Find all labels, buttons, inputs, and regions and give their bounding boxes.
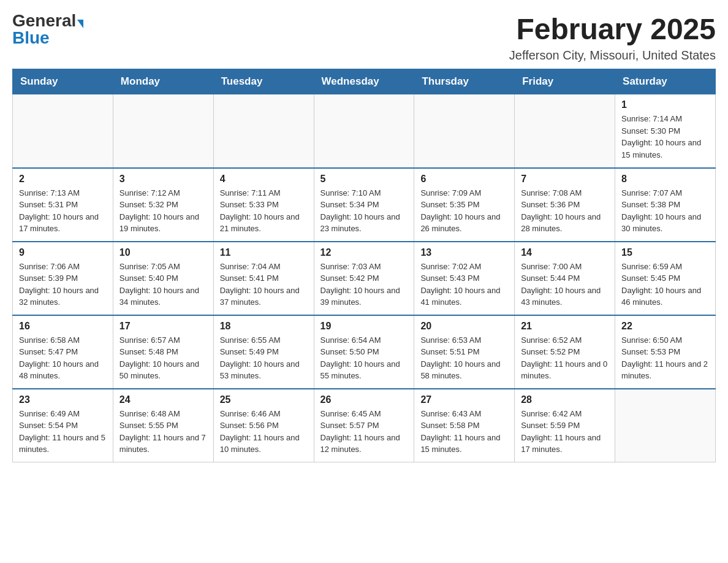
calendar-cell: 5Sunrise: 7:10 AMSunset: 5:34 PMDaylight… xyxy=(314,168,414,242)
calendar-cell: 16Sunrise: 6:58 AMSunset: 5:47 PMDayligh… xyxy=(13,315,113,389)
calendar-cell: 2Sunrise: 7:13 AMSunset: 5:31 PMDaylight… xyxy=(13,168,113,242)
calendar-cell: 7Sunrise: 7:08 AMSunset: 5:36 PMDaylight… xyxy=(515,168,615,242)
day-info: Sunrise: 7:10 AMSunset: 5:34 PMDaylight:… xyxy=(320,187,408,235)
page-header: General Blue February 2025 Jefferson Cit… xyxy=(12,12,716,63)
calendar-cell: 6Sunrise: 7:09 AMSunset: 5:35 PMDaylight… xyxy=(414,168,515,242)
day-info: Sunrise: 7:03 AMSunset: 5:42 PMDaylight:… xyxy=(320,261,408,308)
calendar-cell: 9Sunrise: 7:06 AMSunset: 5:39 PMDaylight… xyxy=(13,242,113,315)
logo-text: General xyxy=(12,12,83,29)
calendar-cell xyxy=(13,94,113,168)
day-info: Sunrise: 7:14 AMSunset: 5:30 PMDaylight:… xyxy=(621,113,709,161)
month-title: February 2025 xyxy=(509,12,716,46)
day-info: Sunrise: 6:48 AMSunset: 5:55 PMDaylight:… xyxy=(119,408,207,456)
calendar-cell xyxy=(113,94,213,168)
day-info: Sunrise: 6:52 AMSunset: 5:52 PMDaylight:… xyxy=(521,334,609,382)
day-header-tuesday: Tuesday xyxy=(213,69,314,94)
day-number: 1 xyxy=(621,99,709,110)
day-number: 7 xyxy=(521,174,609,185)
calendar-cell: 8Sunrise: 7:07 AMSunset: 5:38 PMDaylight… xyxy=(615,168,716,242)
day-info: Sunrise: 7:00 AMSunset: 5:44 PMDaylight:… xyxy=(521,261,609,308)
logo-arrow-icon xyxy=(77,20,83,28)
calendar-week-row: 23Sunrise: 6:49 AMSunset: 5:54 PMDayligh… xyxy=(13,389,716,462)
day-info: Sunrise: 6:58 AMSunset: 5:47 PMDaylight:… xyxy=(19,334,107,382)
logo-blue: Blue xyxy=(12,29,50,47)
calendar-cell: 23Sunrise: 6:49 AMSunset: 5:54 PMDayligh… xyxy=(13,389,113,462)
calendar-cell: 13Sunrise: 7:02 AMSunset: 5:43 PMDayligh… xyxy=(414,242,515,315)
day-number: 24 xyxy=(119,394,207,405)
day-info: Sunrise: 7:12 AMSunset: 5:32 PMDaylight:… xyxy=(119,187,207,235)
calendar-cell: 4Sunrise: 7:11 AMSunset: 5:33 PMDaylight… xyxy=(213,168,314,242)
day-info: Sunrise: 6:55 AMSunset: 5:49 PMDaylight:… xyxy=(220,334,308,382)
calendar-cell xyxy=(314,94,414,168)
calendar-cell: 18Sunrise: 6:55 AMSunset: 5:49 PMDayligh… xyxy=(213,315,314,389)
day-info: Sunrise: 6:59 AMSunset: 5:45 PMDaylight:… xyxy=(621,261,709,308)
day-number: 17 xyxy=(119,321,207,332)
day-number: 28 xyxy=(521,394,609,405)
title-block: February 2025 Jefferson City, Missouri, … xyxy=(509,12,716,63)
calendar-cell: 17Sunrise: 6:57 AMSunset: 5:48 PMDayligh… xyxy=(113,315,213,389)
day-header-friday: Friday xyxy=(515,69,615,94)
day-number: 21 xyxy=(521,321,609,332)
day-info: Sunrise: 6:45 AMSunset: 5:57 PMDaylight:… xyxy=(320,408,408,456)
day-number: 11 xyxy=(220,247,308,258)
calendar-cell: 10Sunrise: 7:05 AMSunset: 5:40 PMDayligh… xyxy=(113,242,213,315)
calendar-cell xyxy=(615,389,716,462)
day-info: Sunrise: 7:07 AMSunset: 5:38 PMDaylight:… xyxy=(621,187,709,235)
calendar-week-row: 1Sunrise: 7:14 AMSunset: 5:30 PMDaylight… xyxy=(13,94,716,168)
day-info: Sunrise: 6:43 AMSunset: 5:58 PMDaylight:… xyxy=(420,408,508,456)
day-number: 13 xyxy=(420,247,508,258)
day-info: Sunrise: 6:57 AMSunset: 5:48 PMDaylight:… xyxy=(119,334,207,382)
day-info: Sunrise: 7:05 AMSunset: 5:40 PMDaylight:… xyxy=(119,261,207,308)
day-number: 19 xyxy=(320,321,408,332)
day-number: 18 xyxy=(220,321,308,332)
calendar-table: SundayMondayTuesdayWednesdayThursdayFrid… xyxy=(12,69,716,462)
day-number: 16 xyxy=(19,321,107,332)
calendar-cell: 19Sunrise: 6:54 AMSunset: 5:50 PMDayligh… xyxy=(314,315,414,389)
calendar-cell: 21Sunrise: 6:52 AMSunset: 5:52 PMDayligh… xyxy=(515,315,615,389)
day-number: 12 xyxy=(320,247,408,258)
calendar-cell: 3Sunrise: 7:12 AMSunset: 5:32 PMDaylight… xyxy=(113,168,213,242)
day-info: Sunrise: 7:13 AMSunset: 5:31 PMDaylight:… xyxy=(19,187,107,235)
day-number: 14 xyxy=(521,247,609,258)
calendar-cell: 11Sunrise: 7:04 AMSunset: 5:41 PMDayligh… xyxy=(213,242,314,315)
day-number: 20 xyxy=(420,321,508,332)
calendar-cell: 26Sunrise: 6:45 AMSunset: 5:57 PMDayligh… xyxy=(314,389,414,462)
logo: General Blue xyxy=(12,12,83,47)
day-number: 25 xyxy=(220,394,308,405)
day-header-wednesday: Wednesday xyxy=(314,69,414,94)
day-info: Sunrise: 7:11 AMSunset: 5:33 PMDaylight:… xyxy=(220,187,308,235)
calendar-cell: 27Sunrise: 6:43 AMSunset: 5:58 PMDayligh… xyxy=(414,389,515,462)
day-info: Sunrise: 7:04 AMSunset: 5:41 PMDaylight:… xyxy=(220,261,308,308)
calendar-cell: 14Sunrise: 7:00 AMSunset: 5:44 PMDayligh… xyxy=(515,242,615,315)
day-number: 8 xyxy=(621,174,709,185)
day-header-monday: Monday xyxy=(113,69,213,94)
day-number: 27 xyxy=(420,394,508,405)
location-title: Jefferson City, Missouri, United States xyxy=(509,48,716,63)
day-number: 3 xyxy=(119,174,207,185)
day-info: Sunrise: 6:49 AMSunset: 5:54 PMDaylight:… xyxy=(19,408,107,456)
day-number: 15 xyxy=(621,247,709,258)
day-info: Sunrise: 6:42 AMSunset: 5:59 PMDaylight:… xyxy=(521,408,609,456)
calendar-week-row: 16Sunrise: 6:58 AMSunset: 5:47 PMDayligh… xyxy=(13,315,716,389)
day-info: Sunrise: 7:09 AMSunset: 5:35 PMDaylight:… xyxy=(420,187,508,235)
calendar-cell: 1Sunrise: 7:14 AMSunset: 5:30 PMDaylight… xyxy=(615,94,716,168)
calendar-cell: 12Sunrise: 7:03 AMSunset: 5:42 PMDayligh… xyxy=(314,242,414,315)
day-number: 5 xyxy=(320,174,408,185)
calendar-header-row: SundayMondayTuesdayWednesdayThursdayFrid… xyxy=(13,69,716,94)
calendar-cell: 20Sunrise: 6:53 AMSunset: 5:51 PMDayligh… xyxy=(414,315,515,389)
day-info: Sunrise: 6:54 AMSunset: 5:50 PMDaylight:… xyxy=(320,334,408,382)
calendar-week-row: 9Sunrise: 7:06 AMSunset: 5:39 PMDaylight… xyxy=(13,242,716,315)
calendar-cell xyxy=(515,94,615,168)
calendar-cell: 24Sunrise: 6:48 AMSunset: 5:55 PMDayligh… xyxy=(113,389,213,462)
day-number: 26 xyxy=(320,394,408,405)
day-info: Sunrise: 7:08 AMSunset: 5:36 PMDaylight:… xyxy=(521,187,609,235)
day-header-saturday: Saturday xyxy=(615,69,716,94)
day-number: 9 xyxy=(19,247,107,258)
day-number: 4 xyxy=(220,174,308,185)
calendar-cell: 28Sunrise: 6:42 AMSunset: 5:59 PMDayligh… xyxy=(515,389,615,462)
day-info: Sunrise: 7:06 AMSunset: 5:39 PMDaylight:… xyxy=(19,261,107,308)
day-info: Sunrise: 6:53 AMSunset: 5:51 PMDaylight:… xyxy=(420,334,508,382)
calendar-cell: 25Sunrise: 6:46 AMSunset: 5:56 PMDayligh… xyxy=(213,389,314,462)
day-number: 23 xyxy=(19,394,107,405)
day-info: Sunrise: 7:02 AMSunset: 5:43 PMDaylight:… xyxy=(420,261,508,308)
